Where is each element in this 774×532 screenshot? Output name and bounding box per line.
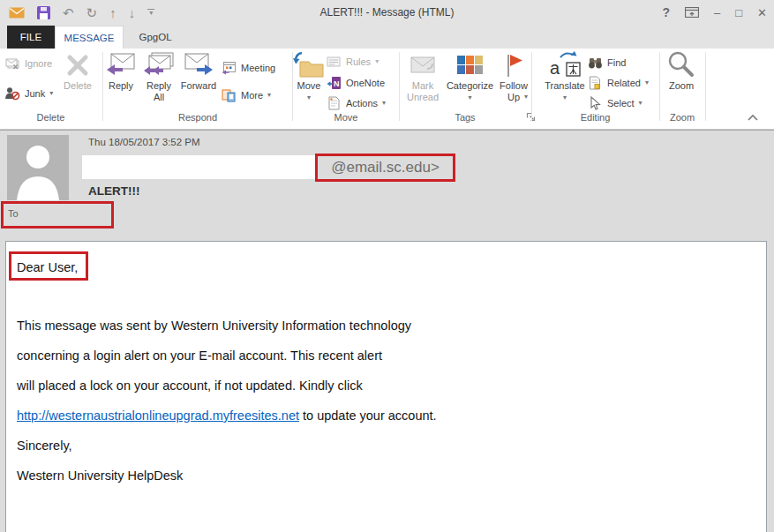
sender-domain: @email.sc.edu>	[331, 159, 440, 176]
body-salutation: Dear User,	[17, 260, 78, 274]
mark-unread-button[interactable]: Mark Unread	[402, 50, 444, 103]
maximize-icon[interactable]: □	[735, 7, 742, 19]
related-button[interactable]: Related▾	[588, 74, 649, 92]
phishing-link[interactable]: http://westernaustrialonlineupgrad.myfre…	[17, 408, 299, 423]
redaction-box	[82, 155, 315, 179]
categorize-button[interactable]: Categorize ▾	[446, 50, 494, 101]
delete-icon	[64, 50, 91, 80]
title-bar: ↶ ↻ ↑ ↓ ▾ ALERT!!! - Message (HTML) ? – …	[0, 0, 774, 25]
move-down-icon[interactable]: ↓	[129, 6, 136, 19]
onenote-icon: N	[327, 76, 342, 90]
meeting-button[interactable]: Meeting	[222, 59, 275, 77]
tab-file[interactable]: FILE	[7, 26, 55, 49]
group-label-zoom: Zoom	[659, 112, 705, 123]
outlook-message-window: ↶ ↻ ↑ ↓ ▾ ALERT!!! - Message (HTML) ? – …	[0, 0, 774, 532]
close-icon[interactable]: ✕	[757, 7, 767, 19]
rules-icon	[327, 55, 342, 69]
message-body: Dear User, This message was sent by West…	[5, 241, 767, 532]
window-controls: ? – □ ✕	[662, 0, 767, 25]
forward-button[interactable]: Forward	[177, 50, 220, 92]
to-label: To	[8, 208, 19, 219]
avatar	[7, 135, 69, 200]
find-icon	[588, 56, 603, 70]
translate-button[interactable]: a Translate ▾	[544, 50, 586, 101]
undo-icon[interactable]: ↶	[63, 6, 74, 19]
translate-icon: a	[549, 50, 581, 80]
tab-message[interactable]: MESSAGE	[55, 26, 124, 49]
ribbon-tab-row: FILE MESSAGE GpgOL	[0, 25, 774, 49]
body-closing: Sincerely,	[17, 438, 72, 453]
zoom-magnifier-icon	[666, 50, 696, 80]
delete-button[interactable]: Delete	[58, 50, 97, 92]
svg-text:a: a	[550, 58, 560, 78]
tab-gpgol[interactable]: GpgOL	[124, 26, 187, 49]
group-label-tags: Tags	[400, 112, 530, 123]
annotation-box-sender: @email.sc.edu>	[315, 154, 455, 182]
move-icon	[293, 50, 325, 80]
body-paragraph: http://westernaustrialonlineupgrad.myfre…	[17, 408, 437, 423]
body-paragraph: This message was sent by Western Univers…	[17, 318, 411, 333]
group-separator	[705, 52, 706, 121]
quick-access-toolbar: ↶ ↻ ↑ ↓ ▾	[9, 0, 154, 25]
collapse-ribbon-icon[interactable]	[747, 114, 759, 122]
group-label-respond: Respond	[103, 112, 292, 123]
message-subject: ALERT!!!	[88, 184, 139, 198]
reply-icon	[106, 50, 136, 80]
meeting-icon	[222, 61, 237, 75]
more-actions-icon	[222, 88, 237, 102]
body-signature: Western University HelpDesk	[17, 468, 183, 483]
body-paragraph: will placed a lock on your account, if n…	[17, 378, 363, 393]
ribbon-display-options-icon[interactable]	[685, 7, 699, 18]
reply-all-icon	[143, 50, 175, 80]
group-label-move: Move	[293, 112, 399, 123]
message-timestamp: Thu 18/05/2017 3:52 PM	[88, 137, 200, 147]
reply-button[interactable]: Reply	[101, 50, 140, 92]
help-icon[interactable]: ?	[662, 6, 670, 19]
window-title: ALERT!!! - Message (HTML)	[177, 0, 597, 25]
junk-button[interactable]: Junk▾	[4, 85, 53, 102]
follow-up-flag-icon	[504, 50, 523, 80]
customize-qat-icon[interactable]: ▾	[147, 9, 154, 16]
junk-icon	[4, 86, 20, 101]
redo-icon[interactable]: ↻	[86, 6, 98, 19]
rules-button[interactable]: Rules▾	[327, 53, 379, 71]
categorize-icon	[456, 50, 484, 80]
ignore-icon	[4, 56, 20, 71]
group-label-editing: Editing	[531, 112, 659, 123]
group-separator	[531, 52, 532, 121]
related-icon	[588, 76, 603, 90]
zoom-button[interactable]: Zoom	[660, 50, 703, 92]
link-suffix-text: to update your account.	[299, 408, 437, 423]
minimize-icon[interactable]: –	[714, 7, 720, 19]
actions-button[interactable]: Actions▾	[327, 94, 386, 112]
svg-text:N: N	[334, 79, 340, 88]
forward-icon	[184, 50, 214, 80]
move-up-icon[interactable]: ↑	[109, 6, 116, 19]
ignore-button[interactable]: Ignore	[4, 55, 52, 72]
move-button[interactable]: Move ▾	[289, 50, 328, 101]
select-cursor-icon	[588, 96, 603, 110]
body-paragraph: concerning a login alert on your E-mail …	[17, 348, 382, 363]
group-separator	[399, 52, 400, 121]
message-header: Thu 18/05/2017 3:52 PM @email.sc.edu> AL…	[0, 130, 774, 241]
actions-icon	[327, 96, 342, 110]
save-icon[interactable]	[37, 6, 50, 19]
mail-icon[interactable]	[9, 7, 25, 19]
follow-up-button[interactable]: Follow Up▾	[494, 50, 533, 101]
reply-all-button[interactable]: Reply All	[140, 50, 177, 103]
ribbon: Ignore Junk▾ Delete Delete Reply	[0, 49, 774, 130]
find-button[interactable]: Find	[588, 54, 626, 71]
select-button[interactable]: Select▾	[588, 94, 642, 112]
onenote-button[interactable]: N OneNote	[327, 74, 385, 92]
mark-unread-icon	[408, 50, 438, 80]
group-label-delete: Delete	[0, 112, 101, 123]
more-respond-button[interactable]: More▾	[222, 86, 271, 104]
